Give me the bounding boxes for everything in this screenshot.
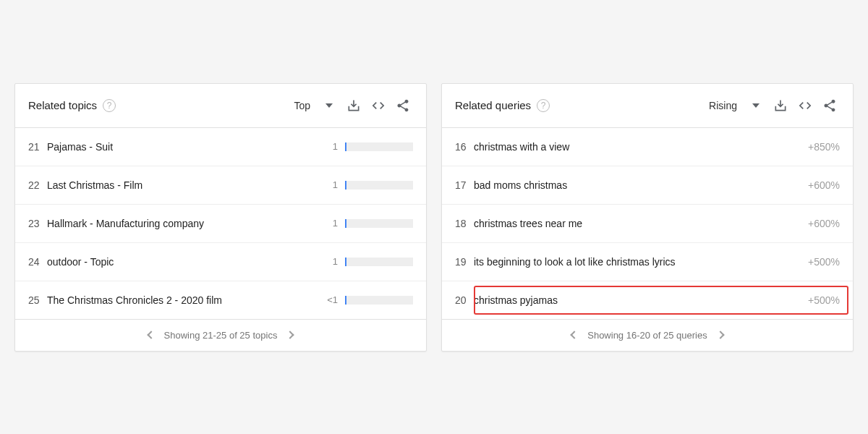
panel-header: Related queries ? Rising — [442, 84, 853, 128]
row-label: christmas trees near me — [474, 218, 808, 229]
row-rank: 20 — [455, 294, 474, 306]
sort-dropdown[interactable] — [319, 95, 339, 116]
download-icon — [346, 98, 361, 113]
help-icon[interactable]: ? — [103, 99, 116, 112]
row-bar — [345, 296, 413, 305]
related-queries-panel: Related queries ? Rising 16christmas wit… — [441, 83, 854, 352]
row-label: its beginning to look a lot like christm… — [474, 256, 808, 268]
topic-row[interactable]: 21Pajamas - Suit1 — [15, 128, 426, 166]
topic-row[interactable]: 25The Christmas Chronicles 2 - 2020 film… — [15, 281, 426, 319]
row-value: 1 — [333, 256, 338, 267]
topic-row[interactable]: 24outdoor - Topic1 — [15, 243, 426, 281]
row-rank: 18 — [455, 218, 474, 229]
row-rank: 23 — [28, 218, 47, 229]
row-rank: 16 — [455, 141, 474, 153]
panel-footer: Showing 16-20 of 25 queries — [442, 319, 853, 351]
row-label: christmas with a view — [474, 141, 808, 153]
query-row[interactable]: 20christmas pyjamas+500% — [442, 281, 853, 319]
embed-button[interactable] — [368, 95, 388, 116]
prev-page-button[interactable] — [571, 331, 579, 339]
row-label: christmas pyjamas — [474, 294, 808, 306]
row-value: <1 — [327, 294, 338, 305]
row-label: outdoor - Topic — [47, 256, 333, 268]
topics-list: 21Pajamas - Suit122Last Christmas - Film… — [15, 128, 426, 319]
panel-title: Related topics — [28, 99, 97, 111]
topic-row[interactable]: 22Last Christmas - Film1 — [15, 166, 426, 205]
panel-footer: Showing 21-25 of 25 topics — [15, 319, 426, 351]
row-percent: +600% — [808, 218, 840, 229]
row-label: Last Christmas - Film — [47, 179, 333, 191]
pagination-text: Showing 21-25 of 25 topics — [164, 330, 278, 341]
row-rank: 25 — [28, 294, 47, 306]
row-bar — [345, 181, 413, 190]
query-row[interactable]: 19its beginning to look a lot like chris… — [442, 243, 853, 281]
topic-row[interactable]: 23Hallmark - Manufacturing company1 — [15, 205, 426, 243]
share-button[interactable] — [820, 95, 840, 116]
row-value: 1 — [333, 141, 338, 152]
row-percent: +500% — [808, 294, 840, 306]
panel-title: Related queries — [455, 99, 531, 111]
code-icon — [371, 98, 386, 113]
sort-dropdown[interactable] — [746, 95, 766, 116]
row-label: bad moms christmas — [474, 179, 808, 191]
caret-down-icon — [326, 103, 333, 108]
caret-down-icon — [752, 103, 760, 108]
code-icon — [798, 98, 812, 113]
download-button[interactable] — [344, 95, 364, 116]
row-bar — [345, 258, 413, 266]
share-icon — [396, 98, 410, 113]
row-bar — [345, 219, 413, 228]
pagination-text: Showing 16-20 of 25 queries — [587, 330, 707, 341]
sort-label: Rising — [709, 100, 737, 111]
query-row[interactable]: 16christmas with a view+850% — [442, 128, 853, 166]
related-topics-panel: Related topics ? Top 21Pajamas - Suit122… — [14, 83, 427, 352]
row-label: The Christmas Chronicles 2 - 2020 film — [47, 294, 327, 306]
row-rank: 22 — [28, 179, 47, 191]
row-percent: +500% — [808, 256, 840, 268]
share-icon — [822, 98, 837, 113]
prev-page-button[interactable] — [147, 331, 155, 339]
row-rank: 17 — [455, 179, 474, 191]
row-rank: 24 — [28, 256, 47, 268]
row-label: Hallmark - Manufacturing company — [47, 218, 333, 229]
embed-button[interactable] — [795, 95, 815, 116]
row-value: 1 — [333, 218, 338, 229]
next-page-button[interactable] — [716, 331, 724, 339]
row-bar — [345, 142, 413, 151]
row-percent: +850% — [808, 141, 840, 153]
row-label: Pajamas - Suit — [47, 141, 333, 153]
queries-list: 16christmas with a view+850%17bad moms c… — [442, 128, 853, 319]
next-page-button[interactable] — [286, 331, 294, 339]
download-icon — [773, 98, 788, 113]
row-rank: 21 — [28, 141, 47, 153]
row-rank: 19 — [455, 256, 474, 268]
row-value: 1 — [333, 179, 338, 190]
share-button[interactable] — [393, 95, 413, 116]
download-button[interactable] — [770, 95, 791, 116]
sort-label: Top — [294, 100, 310, 111]
query-row[interactable]: 18christmas trees near me+600% — [442, 205, 853, 243]
query-row[interactable]: 17bad moms christmas+600% — [442, 166, 853, 205]
help-icon[interactable]: ? — [537, 99, 550, 112]
row-percent: +600% — [808, 179, 840, 191]
panel-header: Related topics ? Top — [15, 84, 426, 128]
